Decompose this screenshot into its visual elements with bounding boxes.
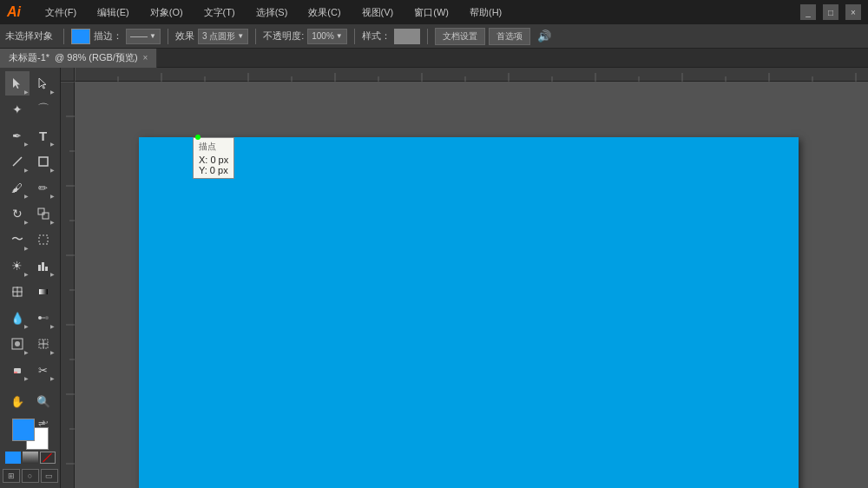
type-tool[interactable]: T ▶ <box>31 123 56 148</box>
live-paint-arrow: ▶ <box>24 349 29 355</box>
slice-arrow: ▶ <box>50 349 55 355</box>
menu-effect[interactable]: 效果(C) <box>305 4 344 21</box>
canvas-area: 描点 X: 0 px Y: 0 px <box>61 68 868 488</box>
column-graph-arrow: ▶ <box>50 271 55 277</box>
title-bar: Ai 文件(F) 编辑(E) 对象(O) 文字(T) 选择(S) 效果(C) 视… <box>0 0 868 24</box>
tool-row-5: 🖌 ▶ ✏ ▶ <box>5 175 56 200</box>
color-squares: ↩ ⇌ <box>12 419 49 450</box>
scale-tool[interactable]: ▶ <box>31 201 56 226</box>
svg-rect-9 <box>45 267 48 271</box>
menu-select[interactable]: 选择(S) <box>253 4 292 21</box>
gradient-mode-button[interactable] <box>23 452 38 464</box>
warp-arrow: ▶ <box>24 245 29 251</box>
slice-tool[interactable]: ▶ <box>31 332 56 356</box>
svg-point-14 <box>38 316 42 320</box>
menu-view[interactable]: 视图(V) <box>358 4 398 21</box>
zoom-tool[interactable]: 🔍 <box>31 389 56 413</box>
paintbrush-tool[interactable]: 🖌 ▶ <box>5 175 30 200</box>
svg-line-2 <box>13 157 22 166</box>
rotate-tool[interactable]: ↻ ▶ <box>5 201 30 226</box>
symbol-tool[interactable]: ☀ ▶ <box>5 254 30 278</box>
scale-arrow: ▶ <box>50 219 55 225</box>
direct-select-tool[interactable]: ▶ <box>31 71 56 96</box>
rect-tool[interactable]: ▶ <box>31 149 56 174</box>
eyedropper-tool[interactable]: 💧 ▶ <box>5 306 30 330</box>
menu-help[interactable]: 帮助(H) <box>466 4 505 21</box>
stroke-color-box[interactable] <box>71 29 90 44</box>
menu-file[interactable]: 文件(F) <box>42 4 80 21</box>
style-box[interactable] <box>394 29 420 44</box>
swap-colors-icon[interactable]: ⇌ <box>38 419 45 428</box>
pencil-icon: ✏ <box>38 181 48 195</box>
magic-wand-tool[interactable]: ✦ <box>5 97 30 122</box>
select-tool[interactable]: ▶ <box>5 71 30 96</box>
quick-mask-icon[interactable]: ○ <box>22 469 39 483</box>
scissors-tool[interactable]: ✂ ▶ <box>31 358 56 382</box>
svg-rect-3 <box>39 157 48 166</box>
eraser-arrow: ▶ <box>24 375 29 381</box>
dot-shape-dropdown[interactable]: 3 点圆形 ▼ <box>198 29 248 44</box>
tool-row-hand-zoom: ✋ 🔍 <box>5 389 56 413</box>
ruler-corner <box>61 68 75 82</box>
gradient-tool[interactable] <box>31 280 56 304</box>
dot-shape-value: 3 点圆形 <box>202 30 235 43</box>
magic-wand-icon: ✦ <box>12 102 23 116</box>
zoom-icon: 🔍 <box>36 395 50 408</box>
tool-row-12: ▶ ✂ ▶ <box>5 358 56 382</box>
svg-rect-5 <box>43 213 49 219</box>
free-transform-tool[interactable] <box>31 228 56 252</box>
hand-tool[interactable]: ✋ <box>5 389 30 413</box>
effect-label: 效果 <box>175 30 194 43</box>
none-mode-button[interactable] <box>40 452 56 464</box>
ruler-left <box>61 82 75 488</box>
svg-marker-0 <box>13 78 20 89</box>
pen-tool[interactable]: ✒ ▶ <box>5 123 30 148</box>
pen-arrow: ▶ <box>24 141 29 147</box>
scissors-icon: ✂ <box>38 364 48 377</box>
warp-tool[interactable]: 〜 ▶ <box>5 228 30 252</box>
document-tab[interactable]: 未标题-1* @ 98% (RGB/预览) × <box>0 49 157 68</box>
tool-row-3: ✒ ▶ T ▶ <box>5 123 56 148</box>
menu-window[interactable]: 窗口(W) <box>411 4 452 21</box>
eyedropper-icon: 💧 <box>10 312 24 325</box>
opacity-dropdown[interactable]: 100% ▼ <box>307 29 347 44</box>
stroke-dropdown[interactable]: —— ▼ <box>126 29 161 44</box>
menu-object[interactable]: 对象(O) <box>147 4 187 21</box>
foreground-color-square[interactable] <box>12 419 35 441</box>
toolbar-separator-1 <box>63 29 64 44</box>
blend-tool[interactable]: ▶ <box>31 306 56 330</box>
menu-type[interactable]: 文字(T) <box>201 4 239 21</box>
tab-close-button[interactable]: × <box>143 53 148 63</box>
stroke-dropdown-arrow: ▼ <box>149 32 156 40</box>
screen-mode-icon[interactable]: ▭ <box>41 469 58 483</box>
svg-point-15 <box>45 316 49 320</box>
doc-settings-button[interactable]: 文档设置 <box>435 28 485 45</box>
eraser-tool[interactable]: ▶ <box>5 358 30 382</box>
stroke-value: —— <box>130 31 148 41</box>
live-paint-tool[interactable]: ▶ <box>5 332 30 356</box>
opacity-value: 100% <box>312 31 334 41</box>
column-graph-tool[interactable]: ▶ <box>31 254 56 278</box>
tool-row-2: ✦ ⌒ <box>5 97 56 122</box>
svg-rect-7 <box>38 265 41 271</box>
lasso-icon: ⌒ <box>37 102 49 117</box>
tool-row-8: ☀ ▶ ▶ <box>5 254 56 278</box>
lasso-tool[interactable]: ⌒ <box>31 97 56 122</box>
tab-bar: 未标题-1* @ 98% (RGB/预览) × <box>0 49 868 68</box>
tool-row-4: ▶ ▶ <box>5 149 56 174</box>
preferences-button[interactable]: 首选项 <box>489 28 530 45</box>
style-label: 样式： <box>362 30 391 43</box>
maximize-button[interactable]: □ <box>823 4 838 20</box>
pencil-tool[interactable]: ✏ ▶ <box>31 175 56 200</box>
close-button[interactable]: × <box>845 4 861 20</box>
mesh-tool[interactable] <box>5 280 30 304</box>
stroke-label: 描边： <box>94 30 122 43</box>
minimize-button[interactable]: _ <box>800 4 816 20</box>
toggle-view-icon[interactable]: ⊞ <box>3 469 20 483</box>
menu-edit[interactable]: 编辑(E) <box>94 4 133 21</box>
pencil-arrow: ▶ <box>50 193 55 199</box>
speaker-icon[interactable]: 🔊 <box>537 30 551 43</box>
color-mode-button[interactable] <box>5 452 21 464</box>
document-canvas <box>139 137 799 488</box>
line-tool[interactable]: ▶ <box>5 149 30 174</box>
